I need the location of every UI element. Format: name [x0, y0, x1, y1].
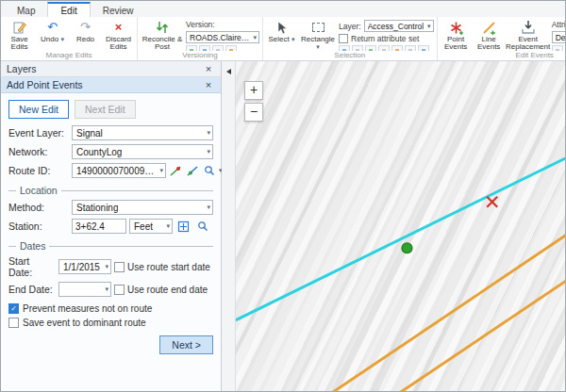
attribute-set-value: Default	[556, 33, 565, 42]
method-value: Stationing	[76, 203, 118, 213]
close-icon[interactable]: ×	[202, 79, 215, 90]
add-point-events-header: Add Point Events ×	[1, 77, 221, 93]
event-replacement-icon	[521, 20, 536, 35]
selection-content: Select ▾ Rectangle ▾ Layer: Access_Contr…	[266, 18, 434, 51]
toolbar-mini-icon[interactable]	[212, 45, 224, 51]
panel-collapse-strip[interactable]	[222, 61, 236, 391]
toolbar-mini-icon[interactable]	[378, 45, 390, 51]
version-combo[interactable]: ROADS.Claire_Reg ▾	[186, 31, 259, 43]
zoom-in-button[interactable]: +	[244, 81, 263, 100]
discard-edits-label: Discard Edits	[103, 36, 134, 51]
method-combo[interactable]: Stationing ▾	[72, 200, 213, 215]
save-edits-button[interactable]: Save Edits	[4, 18, 35, 51]
station-unit-combo[interactable]: Feet ▾	[129, 219, 173, 234]
toolbar-mini-icon[interactable]	[365, 45, 376, 51]
event-layer-combo[interactable]: Signal ▾	[72, 125, 213, 140]
route-line-cyan[interactable]	[236, 156, 565, 324]
save-dominant-checkbox[interactable]	[8, 318, 19, 328]
location-separator: Location	[8, 185, 213, 196]
tab-edit[interactable]: Edit	[47, 2, 90, 17]
chevron-down-icon: ▾	[204, 129, 210, 137]
prevent-measures-row: ✓ Prevent measures not on route	[8, 303, 213, 314]
selection-column: Layer: Access_Control ▾ Return attribute…	[339, 18, 434, 51]
edit-events-content: Point Events Line Events Event Replaceme…	[441, 18, 565, 51]
network-combo[interactable]: CountyLog ▾	[72, 144, 213, 159]
event-replacement-button[interactable]: Event Replacement	[507, 18, 550, 51]
road-line-orange-2[interactable]	[400, 279, 565, 391]
panel-body: New Edit Next Edit Event Layer: Signal ▾…	[1, 93, 221, 391]
return-attribute-checkbox[interactable]	[339, 34, 348, 43]
toolbar-mini-icon[interactable]	[391, 45, 403, 51]
toolbar-mini-icon[interactable]	[225, 45, 237, 51]
use-route-end-checkbox[interactable]	[114, 285, 125, 295]
next-button[interactable]: Next >	[159, 335, 213, 354]
chevron-down-icon: ▾	[291, 36, 295, 42]
end-date-row: End Date: ▾ Use route end date	[8, 282, 213, 297]
app-window: Map Edit Review Save Edits ↶ Undo ▾ ↷	[0, 0, 566, 392]
map-zoom-control: + −	[244, 81, 263, 122]
next-row: Next >	[8, 335, 213, 354]
toolbar-mini-icon[interactable]	[186, 45, 197, 51]
toolbar-mini-icon[interactable]	[199, 45, 210, 51]
select-route-on-map-button[interactable]	[169, 163, 183, 178]
prevent-measures-label: Prevent measures not on route	[23, 303, 152, 314]
close-icon[interactable]: ×	[202, 63, 215, 74]
toolbar-mini-icon[interactable]	[352, 45, 363, 51]
point-events-button[interactable]: Point Events	[441, 18, 472, 51]
line-events-button[interactable]: Line Events	[474, 18, 505, 51]
route-id-combo[interactable]: 14900000700090M01 ▾	[72, 163, 166, 178]
toolbar-mini-icon[interactable]	[418, 45, 429, 51]
zoom-to-station-button[interactable]	[194, 219, 210, 234]
zoom-to-route-button[interactable]: ▾	[203, 163, 224, 178]
discard-edits-button[interactable]: × Discard Edits	[103, 18, 134, 51]
save-dominant-label: Save event to dominant route	[23, 318, 146, 328]
ribbon-group-versioning: Reconcile & Post Version: ROADS.Claire_R…	[138, 17, 263, 60]
red-x-marker[interactable]	[487, 197, 497, 207]
chevron-down-icon: ▾	[204, 204, 210, 211]
layer-label: Layer:	[339, 22, 361, 31]
left-panel: Layers × Add Point Events × New Edit Nex…	[1, 61, 222, 391]
prevent-measures-checkbox[interactable]: ✓	[8, 303, 19, 314]
attribute-set-label: Attribute Set:	[552, 20, 565, 29]
toolbar-mini-icon[interactable]	[339, 45, 350, 51]
end-date-combo[interactable]: ▾	[58, 282, 111, 297]
select-button[interactable]: Select ▾	[266, 18, 297, 43]
dates-separator: Dates	[8, 240, 213, 252]
event-layer-row: Event Layer: Signal ▾	[8, 125, 213, 140]
line-events-label: Line Events	[474, 36, 505, 51]
event-replacement-label: Event Replacement	[506, 36, 550, 51]
station-input[interactable]	[72, 219, 126, 234]
ribbon-group-selection: Select ▾ Rectangle ▾ Layer: Access_Contr…	[263, 17, 438, 60]
layer-combo[interactable]: Access_Control ▾	[364, 20, 434, 32]
reconcile-post-label: Reconcile & Post	[141, 36, 184, 51]
map-view[interactable]: + −	[236, 61, 565, 391]
version-column: Version: ROADS.Claire_Reg ▾	[186, 18, 259, 51]
event-point-marker[interactable]	[402, 243, 412, 253]
layer-value: Access_Control	[368, 22, 424, 31]
ribbon-group-edit-events: Point Events Line Events Event Replaceme…	[438, 17, 565, 60]
redo-button[interactable]: ↷ Redo	[70, 18, 101, 43]
new-edit-button[interactable]: New Edit	[8, 100, 69, 119]
toolbar-mini-icon[interactable]	[552, 45, 563, 51]
rectangle-button[interactable]: Rectangle ▾	[299, 18, 337, 51]
method-row: Method: Stationing ▾	[8, 200, 213, 215]
reconcile-post-button[interactable]: Reconcile & Post	[141, 18, 184, 51]
pick-station-on-map-button[interactable]	[175, 219, 191, 234]
zoom-out-button[interactable]: −	[244, 103, 263, 122]
tab-review[interactable]: Review	[91, 4, 146, 17]
attribute-set-combo[interactable]: Default ▾	[552, 31, 565, 43]
manage-edits-content: Save Edits ↶ Undo ▾ ↷ Redo × Discard Edi…	[4, 18, 134, 51]
route-select-icon	[170, 165, 182, 177]
attribute-set-row: Default ▾	[552, 31, 565, 43]
toolbar-mini-icon[interactable]	[405, 45, 416, 51]
undo-button[interactable]: ↶ Undo ▾	[37, 18, 68, 43]
start-date-combo[interactable]: 1/1/2015 ▾	[58, 259, 111, 274]
redo-icon: ↷	[80, 20, 91, 35]
flash-route-button[interactable]	[186, 163, 200, 178]
ribbon: Save Edits ↶ Undo ▾ ↷ Redo × Discard Edi…	[1, 17, 565, 61]
undo-icon: ↶	[47, 20, 58, 35]
tab-map[interactable]: Map	[5, 4, 47, 17]
map-features-layer	[236, 61, 565, 391]
event-layer-label: Event Layer:	[8, 127, 69, 139]
use-route-start-checkbox[interactable]	[114, 262, 125, 272]
